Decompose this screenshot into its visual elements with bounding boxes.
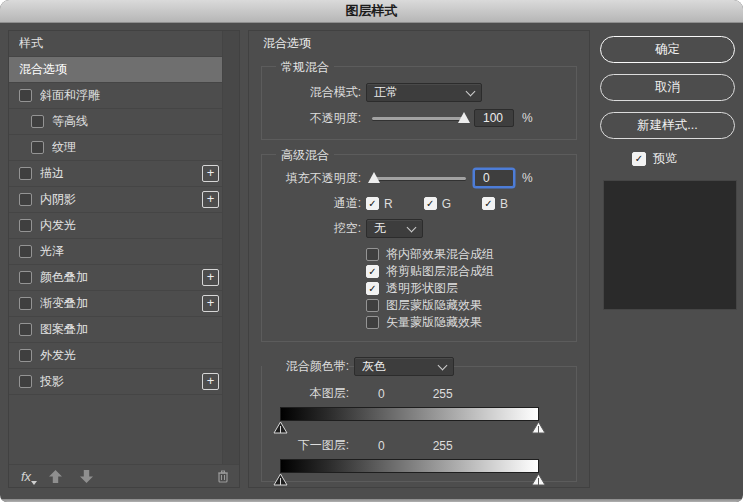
add-effect-icon[interactable]: + [202,191,219,208]
fx-menu-icon[interactable]: fx [21,469,31,484]
fill-opacity-unit: % [522,171,533,185]
underlying-layer-gradient-bar [280,459,539,473]
channel-toggle[interactable]: ✓ B [482,197,508,211]
titlebar[interactable]: 图层样式 [0,0,743,23]
underlying-layer-max: 255 [433,439,453,453]
sidebar-item[interactable]: 描边 + [9,161,223,187]
fill-opacity-row: 填充不透明度: % [274,169,564,187]
sidebar-item[interactable]: 投影 + [9,369,223,395]
channel-toggle[interactable]: ✓ R [366,197,393,211]
add-effect-icon[interactable]: + [202,165,219,182]
opacity-row: 不透明度: % [274,109,564,127]
advanced-option-row[interactable]: 将内部效果混合成组 [366,246,564,263]
sidebar-item[interactable]: 等高线 [9,109,223,135]
option-checkbox[interactable]: ✓ [366,265,379,278]
preview-row: ✓ 预览 [632,150,735,167]
effect-checkbox[interactable] [19,167,32,180]
sidebar-items: 斜面和浮雕 等高线 纹理 描边 + 内阴影 + 内发光 光泽 颜色叠加 + 渐变… [9,83,223,395]
option-checkbox[interactable] [366,316,379,329]
sidebar-item-label: 内发光 [40,217,223,234]
general-blending-group: 常规混合 混合模式: 正常 不透明度: % [261,66,577,140]
sidebar-toolbar: fx [9,464,239,487]
sidebar-rows: 样式 混合选项 斜面和浮雕 等高线 纹理 描边 + 内阴影 + 内发光 光泽 [9,31,223,395]
channel-toggle[interactable]: ✓ G [424,197,451,211]
blend-mode-select[interactable]: 正常 [366,83,482,102]
effect-checkbox[interactable] [31,141,44,154]
move-effect-down-icon[interactable] [80,470,93,483]
underlying-layer-white-thumb[interactable] [531,473,546,486]
underlying-layer-black-thumb[interactable] [273,473,288,486]
chevron-down-icon [407,222,417,232]
effect-checkbox[interactable] [19,89,32,102]
this-layer-values: 本图层: 0 255 [262,385,576,402]
sidebar-scrollbar[interactable] [222,31,239,465]
cancel-button[interactable]: 取消 [600,74,735,101]
effect-checkbox[interactable] [19,375,32,388]
fill-opacity-slider-track[interactable] [372,177,466,180]
advanced-blending-legend: 高级混合 [276,147,334,164]
delete-effect-icon[interactable] [217,470,229,483]
this-layer-black-thumb[interactable] [273,421,288,434]
opacity-slider[interactable] [372,112,466,124]
opacity-input[interactable] [474,109,514,127]
blend-if-select[interactable]: 灰色 [354,357,454,376]
dialog-actions: 确定 取消 新建样式... ✓ 预览 [600,30,735,310]
sidebar-item[interactable]: 内发光 [9,213,223,239]
sidebar-header-styles: 样式 [9,31,223,57]
effect-checkbox[interactable] [19,193,32,206]
this-layer-gradient [280,407,539,435]
channel-checkbox[interactable]: ✓ [424,197,437,210]
advanced-option-row[interactable]: ✓ 将剪贴图层混合成组 [366,263,564,280]
sidebar-item[interactable]: 颜色叠加 + [9,265,223,291]
opacity-slider-track[interactable] [372,117,466,120]
advanced-blending-group: 高级混合 填充不透明度: % 通道: ✓ R ✓ G ✓ B 挖空: [261,154,577,342]
preview-checkbox[interactable]: ✓ [632,152,646,166]
add-effect-icon[interactable]: + [202,269,219,286]
effect-checkbox[interactable] [19,219,32,232]
fill-opacity-slider-thumb[interactable] [368,172,380,183]
this-layer-white-thumb[interactable] [531,421,546,434]
knockout-select[interactable]: 无 [366,219,423,238]
effect-checkbox[interactable] [19,245,32,258]
add-effect-icon[interactable]: + [202,295,219,312]
channels-row: 通道: ✓ R ✓ G ✓ B [274,195,564,212]
option-checkbox[interactable] [366,248,379,261]
underlying-layer-thumbs [280,473,539,487]
fill-opacity-input[interactable] [474,169,514,187]
sidebar-item[interactable]: 外发光 [9,343,223,369]
sidebar-item[interactable]: 内阴影 + [9,187,223,213]
option-checkbox[interactable]: ✓ [366,282,379,295]
sidebar-item[interactable]: 图案叠加 [9,317,223,343]
sidebar-item-blending-options[interactable]: 混合选项 [9,57,223,83]
this-layer-max: 255 [433,387,453,401]
ok-button[interactable]: 确定 [600,36,735,63]
advanced-options: 将内部效果混合成组 ✓ 将剪贴图层混合成组 ✓ 透明形状图层 图层蒙版隐藏效果 … [366,246,564,331]
move-effect-up-icon[interactable] [49,470,62,483]
effect-checkbox[interactable] [19,271,32,284]
channel-checkbox[interactable]: ✓ [482,197,495,210]
sidebar-item-label: 光泽 [40,243,223,260]
channel-checkbox[interactable]: ✓ [366,197,379,210]
advanced-option-row[interactable]: ✓ 透明形状图层 [366,280,564,297]
sidebar-item[interactable]: 斜面和浮雕 [9,83,223,109]
knockout-row: 挖空: 无 [274,219,564,238]
styles-sidebar: 样式 混合选项 斜面和浮雕 等高线 纹理 描边 + 内阴影 + 内发光 光泽 [8,30,240,488]
chevron-down-icon [438,360,448,370]
effect-checkbox[interactable] [19,323,32,336]
channels-label: 通道: [274,195,361,212]
fill-opacity-slider[interactable] [372,172,466,184]
effect-checkbox[interactable] [31,115,44,128]
option-checkbox[interactable] [366,299,379,312]
opacity-slider-thumb[interactable] [458,112,470,123]
sidebar-item[interactable]: 光泽 [9,239,223,265]
add-effect-icon[interactable]: + [202,373,219,390]
channel-label: B [500,197,508,211]
sidebar-item-label: 外发光 [40,347,223,364]
advanced-option-row[interactable]: 矢量蒙版隐藏效果 [366,314,564,331]
sidebar-item[interactable]: 渐变叠加 + [9,291,223,317]
effect-checkbox[interactable] [19,297,32,310]
sidebar-item[interactable]: 纹理 [9,135,223,161]
new-style-button[interactable]: 新建样式... [600,112,735,139]
advanced-option-row[interactable]: 图层蒙版隐藏效果 [366,297,564,314]
effect-checkbox[interactable] [19,349,32,362]
